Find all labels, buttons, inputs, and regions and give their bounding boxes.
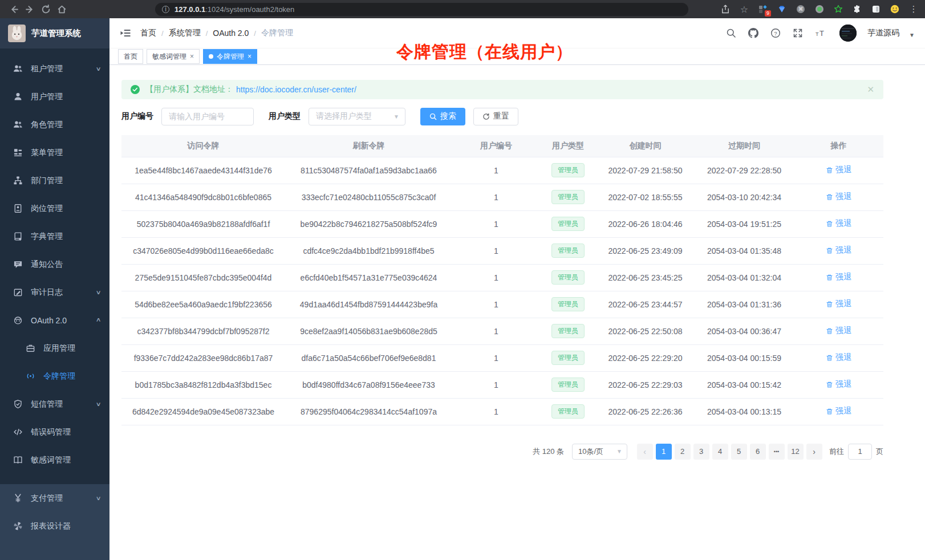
user-type-badge: 管理员 xyxy=(551,378,585,392)
user-type-cell: 管理员 xyxy=(540,157,596,184)
page-button-1[interactable]: 1 xyxy=(656,444,672,460)
extension-tampermonkey-icon[interactable]: 9 xyxy=(757,3,769,15)
extensions-puzzle-icon[interactable] xyxy=(851,3,863,15)
browser-back-icon[interactable] xyxy=(6,1,22,17)
page-button-4[interactable]: 4 xyxy=(712,444,728,460)
sidebar-item-12[interactable]: 短信管理∨ xyxy=(0,390,109,418)
force-logout-button[interactable]: 强退 xyxy=(826,379,851,389)
page-size-select[interactable]: 10条/页 ▼ xyxy=(572,444,627,460)
reset-button[interactable]: 重置 xyxy=(473,108,518,125)
page-button-6[interactable]: 6 xyxy=(750,444,766,460)
sidebar-item-16[interactable]: 报表设计器 xyxy=(0,512,109,540)
signal-icon xyxy=(26,371,35,381)
sidebar-item-15[interactable]: 支付管理∨ xyxy=(0,484,109,512)
user-type-cell: 管理员 xyxy=(540,237,596,264)
user-id-input[interactable] xyxy=(161,108,254,125)
sidebar-item-9[interactable]: OAuth 2.0∨ xyxy=(0,306,109,334)
page-button-2[interactable]: 2 xyxy=(675,444,691,460)
breadcrumb-item-1[interactable]: 系统管理 xyxy=(169,28,201,38)
sidebar-item-1[interactable]: 用户管理 xyxy=(0,83,109,111)
action-cell: 强退 xyxy=(794,291,883,318)
help-icon[interactable]: ? xyxy=(769,27,782,39)
action-cell: 强退 xyxy=(794,264,883,291)
browser-forward-icon[interactable] xyxy=(22,1,38,17)
jump-label: 前往 xyxy=(829,447,844,457)
app-logo-bar[interactable]: 芋道管理系统 xyxy=(0,18,109,48)
avatar[interactable] xyxy=(839,25,857,42)
next-page-button[interactable]: › xyxy=(806,444,822,460)
user-menu-caret-icon[interactable]: ▼ xyxy=(909,32,915,38)
search-button[interactable]: 搜索 xyxy=(420,108,465,125)
breadcrumb-item-0[interactable]: 首页 xyxy=(140,28,156,38)
sidebar-item-11[interactable]: 令牌管理 xyxy=(0,362,109,390)
extension-gem-icon[interactable] xyxy=(776,3,788,15)
tab-1[interactable]: 敏感词管理× xyxy=(147,49,200,64)
page-button-12[interactable]: 12 xyxy=(788,444,804,460)
address-bar[interactable]: i 127.0.0.1:1024/system/oauth2/token xyxy=(155,3,688,16)
action-cell: 强退 xyxy=(794,210,883,237)
table-row-8: b0d1785bc3a8482f812db4a3f3bd15ecb0df4980… xyxy=(121,371,883,398)
force-logout-button[interactable]: 强退 xyxy=(826,352,851,363)
page-button-3[interactable]: 3 xyxy=(693,444,709,460)
org-icon xyxy=(13,176,23,185)
force-logout-button[interactable]: 强退 xyxy=(826,299,851,309)
browser-menu-dots-icon[interactable]: ⋮ xyxy=(908,3,919,15)
jump-page-input[interactable] xyxy=(848,444,872,460)
force-logout-button[interactable]: 强退 xyxy=(826,406,851,416)
browser-reload-icon[interactable] xyxy=(38,1,54,17)
doc-alert: 【用户体系】文档地址： https://doc.iocoder.cn/user-… xyxy=(121,80,883,99)
extension-window-icon[interactable] xyxy=(870,3,882,15)
code-icon xyxy=(13,427,23,437)
sidebar-item-label: 字典管理 xyxy=(31,232,63,242)
refresh-token-cell: dfa6c71a50a54c66bef706ef9e6e8d81 xyxy=(285,344,452,371)
sidebar-item-4[interactable]: 部门管理 xyxy=(0,167,109,194)
extension-star-icon[interactable] xyxy=(833,3,844,15)
sidebar-item-0[interactable]: 租户管理∨ xyxy=(0,55,109,83)
prev-page-button[interactable]: ‹ xyxy=(637,444,653,460)
search-icon[interactable] xyxy=(725,27,737,39)
page-button-5[interactable]: 5 xyxy=(731,444,747,460)
tab-2[interactable]: 令牌管理× xyxy=(203,49,257,64)
sidebar-item-5[interactable]: 岗位管理 xyxy=(0,194,109,222)
force-logout-button[interactable]: 强退 xyxy=(826,218,851,229)
profile-emoji-icon[interactable] xyxy=(889,3,900,15)
sidebar-item-6[interactable]: 字典管理 xyxy=(0,222,109,250)
user-type-select[interactable]: 请选择用户类型 ▼ xyxy=(309,108,405,125)
sidebar-item-8[interactable]: 审计日志∨ xyxy=(0,278,109,306)
force-logout-button[interactable]: 强退 xyxy=(826,165,851,175)
force-logout-button[interactable]: 强退 xyxy=(826,245,851,255)
github-icon[interactable] xyxy=(747,27,760,39)
tab-close-icon[interactable]: × xyxy=(190,52,194,60)
breadcrumb-item-2[interactable]: OAuth 2.0 xyxy=(213,29,249,38)
user-id-cell: 1 xyxy=(452,398,540,425)
page-ellipsis[interactable]: ••• xyxy=(769,444,785,460)
table-header-row: 访问令牌刷新令牌用户编号用户类型创建时间过期时间操作 xyxy=(121,135,883,157)
doc-link[interactable]: https://doc.iocoder.cn/user-center/ xyxy=(236,85,356,94)
font-size-icon[interactable]: TT xyxy=(814,27,826,39)
site-info-icon[interactable]: i xyxy=(162,6,169,13)
access-token-cell: 1ea5e44f8bc1467aaede43144f31de76 xyxy=(121,157,285,184)
sidebar-item-3[interactable]: 菜单管理 xyxy=(0,139,109,167)
sidebar-item-2[interactable]: 角色管理 xyxy=(0,111,109,139)
refresh-token-cell: 9ce8ef2aa9f14056b831ae9b608e28d5 xyxy=(285,318,452,344)
browser-home-icon[interactable] xyxy=(54,1,70,17)
sidebar-collapse-icon[interactable] xyxy=(120,27,131,39)
fullscreen-icon[interactable] xyxy=(792,27,804,39)
alert-close-icon[interactable]: ✕ xyxy=(867,84,874,95)
extension-record-icon[interactable] xyxy=(814,3,825,15)
force-logout-button[interactable]: 强退 xyxy=(826,192,851,202)
share-icon[interactable] xyxy=(720,3,731,15)
tab-0[interactable]: 首页 xyxy=(118,49,143,64)
sidebar-item-10[interactable]: 应用管理 xyxy=(0,334,109,362)
sidebar-item-label: 菜单管理 xyxy=(31,148,63,158)
user-name[interactable]: 芋道源码 xyxy=(867,28,899,38)
extension-command-icon[interactable]: ⌘ xyxy=(795,3,806,15)
tab-close-icon[interactable]: × xyxy=(248,52,251,60)
column-header-1: 刷新令牌 xyxy=(285,135,452,157)
force-logout-button[interactable]: 强退 xyxy=(826,326,851,336)
sidebar-item-7[interactable]: 通知公告 xyxy=(0,250,109,278)
sidebar-item-13[interactable]: 错误码管理 xyxy=(0,418,109,446)
force-logout-button[interactable]: 强退 xyxy=(826,272,851,282)
sidebar-item-14[interactable]: 敏感词管理 xyxy=(0,446,109,474)
bookmark-star-icon[interactable]: ☆ xyxy=(739,3,750,15)
